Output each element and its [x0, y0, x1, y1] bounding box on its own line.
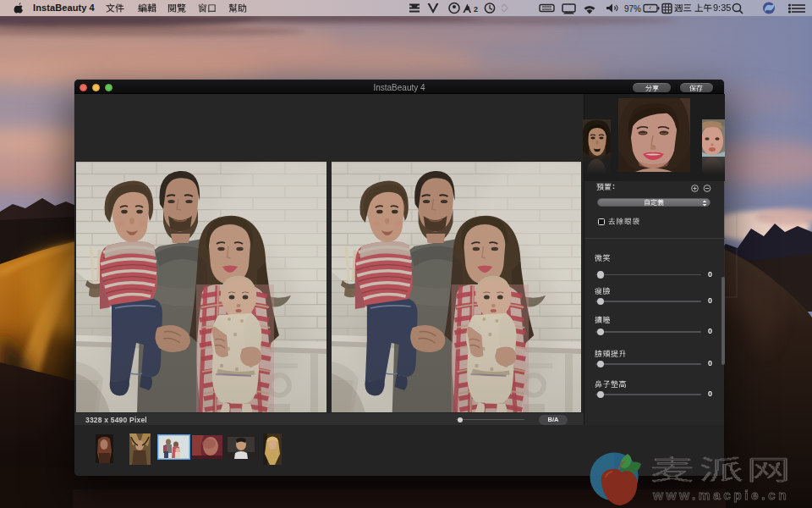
svg-text:2: 2: [474, 5, 478, 14]
svg-text:www.macpie.cn: www.macpie.cn: [652, 488, 787, 502]
svg-text:97%: 97%: [624, 4, 641, 14]
